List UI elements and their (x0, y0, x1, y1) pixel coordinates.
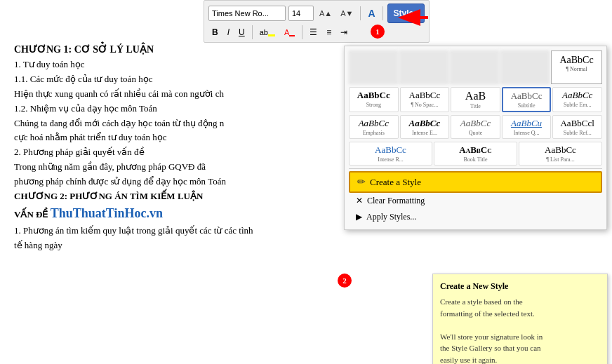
clear-format-text: Clear Formatting (367, 196, 425, 206)
no-spacing-label: ¶ No Spac... (404, 102, 446, 108)
subtitle-preview: AaBbCc (506, 90, 547, 102)
heading2-bold: CHƯƠNG 2: PHƯƠNG ÁN TÌM KIẾM LUẬN (14, 191, 203, 201)
blur-box-4 (500, 50, 550, 84)
intense-q-preview: AaBbCu (505, 118, 548, 129)
styles-panel: AaBbCc ¶ Normal AaBbCc Strong AaBbCc ¶ N… (344, 46, 607, 230)
normal-preview-text: AaBbCc (559, 55, 593, 65)
style-subtle-em[interactable]: AaBbCc Subtle Em... (552, 87, 602, 112)
style-subtle-ref[interactable]: AaBbCcl Subtle Ref... (552, 115, 602, 139)
list-para-label: ¶ List Para... (522, 156, 599, 163)
style-quote[interactable]: AaBbCc Quote (451, 115, 500, 139)
create-style-text: Create a Style (370, 177, 421, 188)
tooltip-line6: easily use it again. (440, 356, 497, 364)
badge-2: 2 (338, 274, 352, 288)
quote-label: Quote (454, 130, 497, 136)
font-size-input[interactable] (288, 6, 314, 21)
emphasis-preview: AaBbCc (352, 118, 395, 129)
tooltip-line5: the Style Gallery so that you can (440, 344, 541, 352)
style-intense-r[interactable]: AaBbCc Intense R... (349, 142, 432, 166)
highlight-button[interactable]: ab (256, 25, 279, 39)
intense-r-label: Intense R... (352, 156, 429, 163)
tooltip-title: Create a New Style (440, 281, 600, 292)
font-name-input[interactable] (208, 6, 286, 21)
clear-format-icon: ✕ (356, 196, 363, 206)
tooltip-body: Create a style based on the formatting o… (440, 296, 600, 364)
subtle-em-preview: AaBbCc (556, 90, 599, 101)
subtitle-label: Subtitle (506, 102, 547, 109)
grow-font-button[interactable]: A▲ (317, 6, 335, 21)
style-list-para[interactable]: AaBbCc ¶ List Para... (519, 142, 602, 166)
title-label: Title (454, 103, 497, 109)
separator4 (302, 25, 302, 39)
numbering-button[interactable]: ≡ (323, 25, 335, 39)
list-para-preview: AaBbCc (522, 144, 599, 156)
subtle-ref-label: Subtle Ref... (556, 130, 599, 136)
styles-row1: AaBbCc Strong AaBbCc ¶ No Spac... AaB Ti… (349, 87, 602, 112)
book-title-label: Book Title (437, 156, 514, 163)
style-title[interactable]: AaB Title (451, 87, 500, 112)
style-intense-q[interactable]: AaBbCu Intense Q... (502, 115, 552, 139)
normal-label: ¶ Normal (554, 66, 599, 72)
italic-button[interactable]: I (224, 25, 233, 39)
style-subtitle[interactable]: AaBbCc Subtitle (502, 87, 552, 112)
book-title-preview: AaBbCc (437, 144, 514, 156)
intense-q-label: Intense Q... (505, 130, 548, 136)
shrink-font-button[interactable]: A▼ (338, 6, 356, 21)
subtle-ref-preview: AaBbCcl (556, 118, 599, 129)
title-preview: AaB (454, 90, 497, 102)
red-arrow-annotation (375, 4, 432, 32)
bold-button[interactable]: B (208, 25, 222, 39)
tooltip-panel: Create a New Style Create a style based … (432, 274, 608, 364)
styles-row2: AaBbCc Emphasis AaBbCc Intense E... AaBb… (349, 115, 602, 139)
intense-e-label: Intense E... (404, 130, 446, 136)
blur-box-3 (450, 50, 499, 84)
create-style-icon: ✏ (357, 176, 366, 188)
blur-box-1 (349, 50, 398, 84)
tooltip-line2: formatting of the selected text. (440, 309, 535, 318)
brand-text: ThuThuatTinHoc.vn (51, 206, 163, 220)
style-no-spacing[interactable]: AaBbCc ¶ No Spac... (400, 87, 450, 112)
no-spacing-preview: AaBbCc (404, 90, 446, 101)
badge-1: 1 (371, 25, 385, 39)
style-intense-e[interactable]: AaBbCc Intense E... (400, 115, 450, 139)
apply-styles-text: Apply Styles... (366, 212, 416, 222)
font-color-btn2[interactable]: A (281, 25, 298, 39)
separator3 (252, 25, 253, 39)
tooltip-line4: We'll store your signature look in (440, 332, 543, 341)
doc-line11: tế hàng ngày (14, 238, 598, 253)
create-style-item[interactable]: ✏ Create a Style (349, 171, 602, 193)
clear-format-item[interactable]: ✕ Clear Formatting (349, 193, 602, 209)
strong-preview: AaBbCc (352, 90, 395, 101)
blur-box-2 (399, 50, 448, 84)
style-book-title[interactable]: AaBbCc Book Title (434, 142, 517, 166)
heading2b-bold: VẤN ĐỀ (14, 209, 51, 220)
strong-label: Strong (352, 102, 395, 108)
emphasis-label: Emphasis (352, 130, 395, 136)
indent-button[interactable]: ⇥ (337, 25, 351, 39)
apply-styles-item[interactable]: ▶ Apply Styles... (349, 209, 602, 225)
subtle-em-label: Subtle Em... (556, 102, 599, 108)
styles-row3: AaBbCc Intense R... AaBbCc Book Title Aa… (349, 142, 602, 166)
apply-styles-icon: ▶ (356, 212, 362, 222)
tooltip-line1: Create a style based on the (440, 297, 523, 306)
blurred-style-items (349, 50, 550, 84)
separator1 (360, 6, 361, 20)
underline-button[interactable]: U (235, 25, 248, 39)
normal-style-box[interactable]: AaBbCc ¶ Normal (551, 50, 602, 84)
styles-top-row: AaBbCc ¶ Normal (349, 50, 602, 84)
intense-e-preview: AaBbCc (404, 118, 446, 129)
bullets-button[interactable]: ☰ (306, 25, 321, 39)
separator-line (349, 168, 602, 169)
intense-r-preview: AaBbCc (352, 144, 429, 156)
quote-preview: AaBbCc (454, 118, 497, 129)
style-emphasis[interactable]: AaBbCc Emphasis (349, 115, 399, 139)
style-strong[interactable]: AaBbCc Strong (349, 87, 399, 112)
